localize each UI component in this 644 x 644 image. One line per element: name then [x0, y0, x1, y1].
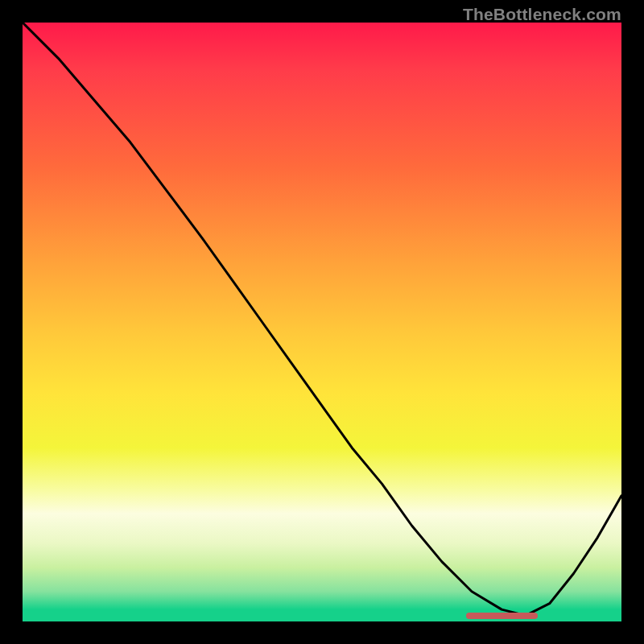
optimal-range-marker [466, 613, 538, 619]
watermark-text: TheBottleneck.com [463, 5, 621, 24]
plot-area [23, 23, 621, 621]
curve-svg [23, 23, 621, 621]
bottleneck-curve [23, 23, 621, 616]
chart-frame: TheBottleneck.com [0, 0, 644, 644]
